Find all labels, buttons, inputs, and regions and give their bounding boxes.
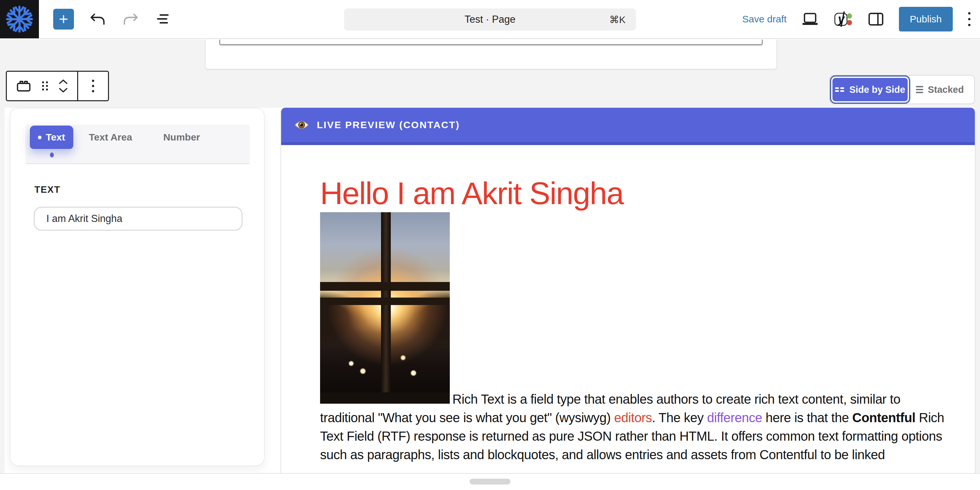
tab-text-label: Text bbox=[46, 132, 65, 143]
document-title: Test · Page bbox=[344, 8, 636, 30]
list-view-button[interactable] bbox=[154, 11, 171, 27]
stacked-rows-icon bbox=[916, 86, 923, 93]
block-type-icon bbox=[16, 79, 32, 93]
scrollbar-handle[interactable] bbox=[469, 479, 511, 485]
preview-link[interactable]: editors bbox=[614, 410, 652, 425]
add-block-button[interactable] bbox=[53, 9, 74, 30]
editor-canvas: Side by Side Stacked Text Text Area Numb… bbox=[0, 40, 980, 490]
window-bars-horizontal bbox=[320, 212, 450, 404]
form-panel: Text Text Area Number TEXT bbox=[10, 108, 265, 466]
more-options-icon bbox=[967, 11, 972, 27]
redo-button[interactable] bbox=[122, 12, 139, 26]
editor-topbar: Test · Page ⌘K Save draft y bbox=[0, 0, 980, 39]
drag-handle[interactable] bbox=[41, 80, 49, 92]
drag-handle-icon bbox=[41, 80, 49, 92]
preview-text: Contentful bbox=[852, 410, 915, 425]
stacked-label: Stacked bbox=[928, 85, 964, 95]
text-field-label: TEXT bbox=[34, 184, 264, 195]
move-up-button[interactable] bbox=[58, 79, 68, 85]
live-preview-title: LIVE PREVIEW (CONTACT) bbox=[317, 120, 460, 131]
yoast-seo-icon: y bbox=[834, 10, 853, 28]
contact-block: Text Text Area Number TEXT bbox=[5, 108, 975, 473]
active-tab-dot-icon bbox=[38, 136, 41, 139]
columns-icon bbox=[835, 87, 844, 92]
laptop-preview-icon bbox=[801, 11, 819, 27]
undo-icon bbox=[89, 12, 107, 26]
tab-text[interactable]: Text bbox=[30, 126, 73, 149]
canvas-footer bbox=[0, 473, 980, 490]
move-down-icon bbox=[58, 88, 68, 93]
previous-block-partial[interactable] bbox=[205, 40, 777, 69]
list-view-icon bbox=[154, 11, 171, 27]
previous-block-input[interactable] bbox=[219, 40, 763, 45]
block-options-icon bbox=[91, 79, 95, 93]
live-preview-header: LIVE PREVIEW (CONTACT) bbox=[281, 108, 975, 145]
redo-icon bbox=[122, 12, 139, 26]
save-draft-button[interactable]: Save draft bbox=[742, 14, 787, 25]
site-logo-snowflake-icon bbox=[5, 4, 34, 34]
command-search-bar[interactable]: Test · Page ⌘K bbox=[344, 8, 636, 30]
block-type-button[interactable] bbox=[16, 79, 32, 93]
stacked-button[interactable]: Stacked bbox=[908, 78, 972, 101]
layout-toggle-group: Side by Side Stacked bbox=[829, 75, 975, 104]
undo-button[interactable] bbox=[89, 12, 107, 26]
preview-text: . The key bbox=[652, 410, 707, 425]
text-field-input[interactable] bbox=[34, 207, 243, 231]
settings-sidebar-toggle[interactable] bbox=[867, 11, 885, 27]
tab-number[interactable]: Number bbox=[148, 126, 215, 149]
publish-button[interactable]: Publish bbox=[899, 7, 953, 32]
move-down-button[interactable] bbox=[58, 88, 68, 93]
preview-button[interactable] bbox=[801, 11, 819, 27]
plus-icon bbox=[57, 13, 70, 26]
preview-link[interactable]: difference bbox=[707, 410, 762, 425]
side-by-side-button[interactable]: Side by Side bbox=[832, 78, 908, 101]
yoast-seo-button[interactable]: y bbox=[834, 10, 853, 28]
block-options-button[interactable] bbox=[91, 79, 95, 93]
tab-text-area[interactable]: Text Area bbox=[73, 126, 148, 149]
preview-text: here is that the bbox=[762, 410, 852, 425]
options-menu-button[interactable] bbox=[967, 11, 972, 27]
eye-icon bbox=[294, 120, 309, 130]
move-up-icon bbox=[58, 79, 68, 85]
preview-content: Hello I am Akrit Singha Rich Text is a f… bbox=[281, 177, 975, 464]
sunset-highway-photo bbox=[320, 212, 450, 404]
command-shortcut: ⌘K bbox=[609, 8, 625, 30]
sidebar-toggle-icon bbox=[867, 11, 885, 27]
preview-paragraph: Rich Text is a field type that enables a… bbox=[320, 212, 952, 464]
block-mover bbox=[58, 79, 68, 93]
active-tab-indicator bbox=[50, 153, 54, 157]
block-toolbar bbox=[6, 71, 109, 101]
site-logo[interactable] bbox=[0, 0, 39, 38]
live-preview-panel: LIVE PREVIEW (CONTACT) Hello I am Akrit … bbox=[280, 108, 975, 473]
preview-heading: Hello I am Akrit Singha bbox=[320, 177, 952, 210]
side-by-side-label: Side by Side bbox=[849, 85, 905, 95]
field-tabs: Text Text Area Number bbox=[25, 124, 250, 164]
